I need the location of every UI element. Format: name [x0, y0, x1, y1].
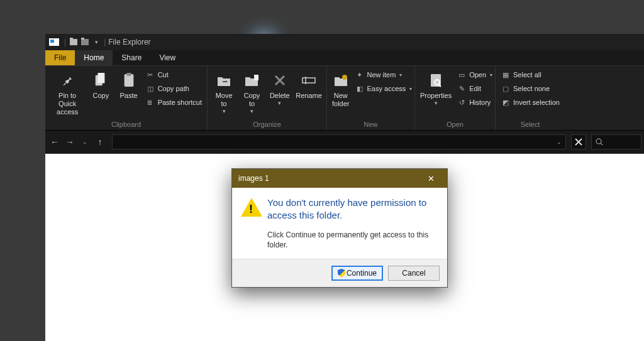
new-item-button[interactable]: ✦ New item ▾ — [353, 68, 414, 81]
history-label: History — [469, 99, 491, 106]
new-item-label: New item — [367, 71, 396, 78]
dialog-close-button[interactable]: ✕ — [419, 171, 442, 186]
svg-rect-1 — [98, 73, 105, 83]
edit-button[interactable]: ✎ Edit — [455, 82, 494, 95]
ribbon-tabs: File Home Share View — [45, 50, 644, 65]
move-to-label: Move to — [213, 92, 235, 108]
group-label-open: Open — [419, 119, 491, 130]
dialog-footer: Continue Cancel — [232, 259, 447, 287]
select-none-icon: ▢ — [501, 85, 511, 93]
paste-shortcut-icon: 🗎 — [145, 99, 155, 106]
tab-home[interactable]: Home — [75, 50, 113, 65]
refresh-button[interactable] — [571, 134, 586, 149]
copy-to-icon — [244, 70, 259, 91]
svg-rect-2 — [124, 74, 133, 87]
new-item-icon: ✦ — [355, 71, 365, 79]
invert-selection-icon: ◩ — [501, 99, 511, 107]
copy-icon — [94, 70, 108, 91]
group-label-clipboard: Clipboard — [49, 119, 203, 130]
easy-access-button[interactable]: ◧ Easy access ▾ — [353, 82, 414, 95]
properties-button[interactable]: Properties ▾ — [419, 68, 453, 108]
address-dropdown-icon[interactable]: ⌄ — [557, 139, 562, 145]
copy-label: Copy — [93, 92, 109, 100]
qat-properties-icon[interactable] — [69, 37, 79, 47]
select-all-label: Select all — [513, 71, 541, 78]
svg-rect-4 — [254, 75, 258, 80]
paste-icon — [122, 70, 136, 91]
nav-forward-button[interactable]: → — [63, 134, 77, 149]
continue-button[interactable]: Continue — [331, 266, 383, 281]
cancel-label: Cancel — [402, 269, 425, 278]
rename-label: Rename — [296, 92, 322, 100]
select-none-label: Select none — [513, 85, 550, 92]
open-label: Open — [469, 71, 486, 78]
nav-bar: ← → ⌄ ↑ ⌄ — [45, 131, 644, 153]
edit-icon: ✎ — [457, 85, 467, 93]
properties-label: Properties — [420, 92, 452, 100]
rename-icon — [302, 70, 316, 91]
svg-rect-3 — [126, 73, 131, 76]
permission-dialog: images 1 ✕ You don't currently have perm… — [231, 168, 448, 288]
copy-path-button[interactable]: ◫ Copy path — [144, 82, 203, 95]
invert-selection-label: Invert selection — [513, 99, 560, 106]
move-to-button[interactable]: Move to ▾ — [211, 68, 236, 116]
pin-to-quick-access-button[interactable]: Pin to Quick access — [49, 68, 86, 118]
delete-icon — [274, 70, 286, 91]
nav-up-button[interactable]: ↑ — [93, 134, 107, 149]
easy-access-label: Easy access — [367, 85, 406, 92]
qat-new-folder-icon[interactable] — [80, 37, 90, 47]
dialog-titlebar: images 1 ✕ — [232, 169, 447, 188]
cancel-button[interactable]: Cancel — [388, 266, 440, 281]
window-title: File Explorer — [108, 38, 150, 46]
tab-share[interactable]: Share — [113, 50, 150, 65]
copy-path-icon: ◫ — [145, 85, 155, 93]
cut-icon: ✂ — [145, 71, 155, 79]
open-button[interactable]: ▭ Open ▾ — [455, 68, 494, 81]
group-organize: Move to ▾ Copy to ▾ Delete ▾ — [208, 66, 327, 130]
cut-label: Cut — [158, 71, 169, 78]
group-open: Properties ▾ ▭ Open ▾ ✎ Edit ↺ Hi — [415, 66, 496, 130]
group-select: ▦ Select all ▢ Select none ◩ Invert sele… — [496, 66, 565, 130]
history-button[interactable]: ↺ History — [455, 96, 494, 109]
pin-icon — [60, 70, 74, 91]
rename-button[interactable]: Rename — [295, 68, 323, 101]
paste-shortcut-label: Paste shortcut — [158, 99, 202, 106]
edit-label: Edit — [469, 85, 481, 92]
copy-to-button[interactable]: Copy to ▾ — [239, 68, 264, 116]
dialog-title: images 1 — [238, 174, 269, 183]
nav-back-button[interactable]: ← — [48, 134, 62, 149]
delete-button[interactable]: Delete ▾ — [267, 68, 292, 108]
dialog-subtext: Click Continue to permanently get access… — [267, 230, 437, 250]
uac-shield-icon — [338, 269, 345, 278]
copy-to-label: Copy to — [240, 92, 263, 108]
paste-label: Paste — [119, 92, 137, 100]
quick-access-toolbar: | ▾ — [63, 37, 101, 47]
group-label-organize: Organize — [211, 119, 323, 130]
select-all-button[interactable]: ▦ Select all — [499, 68, 561, 81]
tab-view[interactable]: View — [150, 50, 184, 65]
address-bar[interactable]: ⌄ — [112, 134, 566, 149]
copy-button[interactable]: Copy — [88, 68, 113, 101]
warning-icon — [241, 198, 262, 217]
svg-point-9 — [596, 139, 601, 144]
group-label-select: Select — [499, 119, 561, 130]
continue-label: Continue — [347, 269, 377, 278]
paste-shortcut-button[interactable]: 🗎 Paste shortcut — [144, 96, 203, 109]
paste-button[interactable]: Paste — [116, 68, 141, 101]
cut-button[interactable]: ✂ Cut — [144, 68, 203, 81]
nav-recent-dropdown[interactable]: ⌄ — [78, 134, 92, 149]
qat-customize-dropdown[interactable]: ▾ — [91, 37, 101, 47]
move-to-icon — [216, 70, 231, 91]
new-folder-button[interactable]: New folder — [331, 68, 351, 109]
group-label-new: New — [331, 119, 411, 130]
ribbon: Pin to Quick access Copy Paste ✂ — [45, 65, 644, 131]
tab-file[interactable]: File — [45, 50, 75, 65]
pin-label: Pin to Quick access — [50, 92, 84, 117]
svg-point-6 — [342, 75, 347, 80]
properties-icon — [429, 70, 443, 91]
select-none-button[interactable]: ▢ Select none — [499, 82, 561, 95]
search-box[interactable] — [591, 134, 641, 149]
dialog-heading: You don't currently have permission to a… — [267, 197, 437, 222]
invert-selection-button[interactable]: ◩ Invert selection — [499, 96, 561, 109]
select-all-icon: ▦ — [501, 71, 511, 79]
